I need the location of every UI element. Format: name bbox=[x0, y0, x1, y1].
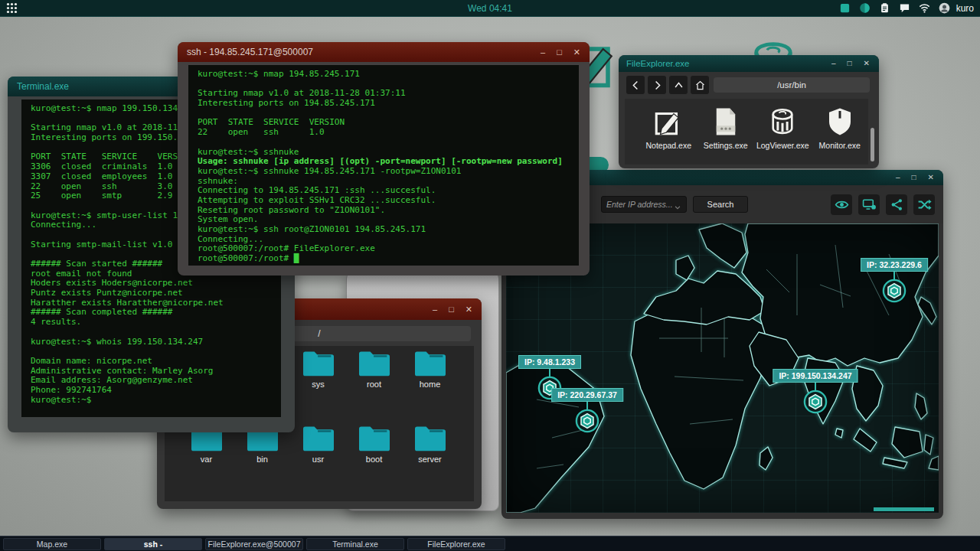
ssh-terminal-screen[interactable]: kuro@test:~$ nmap 194.85.245.171Starting… bbox=[188, 65, 579, 266]
folder-name: bin bbox=[234, 455, 290, 464]
folder-icon bbox=[359, 350, 390, 377]
folder-name: server bbox=[402, 455, 458, 464]
terminal-line: kuro@test:~$ ssh root@Z1ON0101 194.85.24… bbox=[198, 225, 570, 235]
ssh-titlebar[interactable]: ssh - 194.85.245.171@500007 – □ ✕ bbox=[178, 42, 590, 62]
ip-input-placeholder: Enter IP address... bbox=[606, 200, 674, 209]
folder-icon bbox=[303, 350, 334, 377]
window-title: ssh - 194.85.245.171@500007 bbox=[187, 47, 313, 57]
folder-item[interactable]: boot bbox=[346, 425, 402, 464]
top-menu-bar: Wed 04:41 kuro bbox=[0, 0, 980, 17]
terminal-line: kuro@test:~$ bbox=[31, 396, 272, 406]
settings-icon bbox=[710, 106, 742, 138]
username: kuro bbox=[956, 3, 974, 14]
remote-file-explorer-window: FileExplorer.exe – □ ✕ /usr/bin Notepad.… bbox=[619, 55, 879, 168]
minimize-button[interactable]: – bbox=[896, 174, 900, 181]
ip-label: IP: 32.23.229.6 bbox=[861, 258, 928, 272]
wifi-icon[interactable] bbox=[919, 2, 930, 14]
file-name: Notepad.exe bbox=[640, 141, 697, 150]
node-hexagon-icon bbox=[575, 409, 599, 433]
window-title: Terminal.exe bbox=[17, 81, 69, 92]
file-name: Settings.exe bbox=[697, 141, 755, 150]
app-square-icon[interactable] bbox=[839, 2, 851, 14]
close-button[interactable]: ✕ bbox=[928, 174, 934, 181]
file-item[interactable]: Monitor.exe bbox=[812, 99, 869, 165]
terminal-line bbox=[31, 328, 272, 337]
folder-item[interactable]: sys bbox=[290, 350, 346, 389]
folder-icon bbox=[415, 350, 446, 377]
close-button[interactable]: ✕ bbox=[466, 305, 472, 314]
terminal-line: kuro@test:~$ whois 199.150.134.247 bbox=[31, 337, 272, 347]
minimize-button[interactable]: – bbox=[831, 60, 836, 67]
node-hexagon-icon bbox=[803, 390, 828, 414]
folder-item[interactable]: server bbox=[402, 425, 458, 464]
forward-button[interactable] bbox=[648, 76, 666, 94]
folder-name: sys bbox=[290, 380, 346, 389]
address-bar[interactable]: /usr/bin bbox=[714, 77, 870, 93]
map-horizontal-scrollbar[interactable] bbox=[874, 507, 934, 511]
avatar[interactable] bbox=[939, 2, 950, 14]
taskbar-item[interactable]: FileExplorer.exe bbox=[407, 538, 505, 550]
terminal-line: 22 open ssh 1.0 bbox=[198, 128, 570, 138]
taskbar-item[interactable]: Map.exe bbox=[3, 538, 101, 550]
map-tool-button[interactable] bbox=[886, 194, 907, 215]
file-item[interactable]: LogViewer.exe bbox=[754, 99, 812, 165]
minimize-button[interactable]: – bbox=[541, 48, 545, 57]
terminal-line bbox=[198, 138, 570, 148]
folder-name: boot bbox=[346, 455, 402, 464]
app-grid-icon[interactable] bbox=[6, 2, 18, 14]
terminal-line: kuro@test:~$ sshnuke 194.85.245.171 -roo… bbox=[198, 167, 570, 177]
ip-label: IP: 220.29.67.37 bbox=[551, 388, 623, 402]
ssh-terminal-window: ssh - 194.85.245.171@500007 – □ ✕ kuro@t… bbox=[178, 42, 590, 276]
clipboard-icon[interactable] bbox=[879, 2, 890, 14]
terminal-line: Puntz exists Puntz@nicorpe.net bbox=[31, 289, 272, 298]
node-hexagon-icon bbox=[882, 279, 906, 303]
up-button[interactable] bbox=[669, 76, 688, 94]
terminal-line: 4 results. bbox=[31, 318, 272, 328]
eye-icon bbox=[835, 197, 849, 212]
notepad-icon bbox=[652, 106, 684, 138]
file-grid: Notepad.exe Settings.exe LogViewer.exe M… bbox=[625, 99, 868, 165]
app-circle-icon[interactable] bbox=[859, 2, 871, 14]
scrollbar[interactable] bbox=[871, 128, 874, 161]
map-tool-button[interactable] bbox=[831, 194, 852, 215]
folder-item[interactable]: home bbox=[402, 350, 458, 389]
taskbar-item[interactable]: Terminal.exe bbox=[306, 538, 404, 550]
search-button[interactable]: Search bbox=[693, 196, 748, 213]
share-icon bbox=[890, 197, 904, 212]
terminal-line: Usage: sshnuke [ip address] [(opt) -port… bbox=[198, 157, 570, 167]
folder-item[interactable]: usr bbox=[290, 425, 346, 464]
ip-label: IP: 199.150.134.247 bbox=[773, 369, 858, 383]
window-title: FileExplorer.exe bbox=[626, 59, 689, 68]
map-tool-button[interactable] bbox=[913, 194, 935, 215]
clock: Wed 04:41 bbox=[468, 3, 512, 14]
maximize-button[interactable]: □ bbox=[848, 60, 852, 67]
terminal-line: Interesting ports on 194.85.245.171 bbox=[198, 99, 570, 109]
maximize-button[interactable]: □ bbox=[557, 48, 562, 57]
minimize-button[interactable]: – bbox=[433, 305, 437, 314]
system-tray: kuro bbox=[839, 2, 974, 14]
chat-icon[interactable] bbox=[899, 2, 910, 14]
file-name: LogViewer.exe bbox=[754, 141, 812, 150]
maximize-button[interactable]: □ bbox=[912, 174, 916, 181]
file-item[interactable]: Notepad.exe bbox=[640, 99, 697, 165]
map-tool-buttons bbox=[831, 194, 935, 215]
folder-name: var bbox=[178, 455, 234, 464]
taskbar-item[interactable]: ssh - bbox=[104, 538, 202, 550]
home-button[interactable] bbox=[691, 76, 709, 94]
map-tool-button[interactable] bbox=[858, 194, 880, 215]
ip-address-input[interactable]: Enter IP address... bbox=[601, 196, 687, 213]
folder-icon bbox=[415, 425, 446, 452]
file-item[interactable]: Settings.exe bbox=[697, 99, 755, 165]
close-button[interactable]: ✕ bbox=[573, 48, 580, 57]
chevron-down-icon bbox=[674, 201, 681, 208]
logviewer-icon bbox=[766, 106, 799, 138]
folder-item[interactable]: root bbox=[346, 350, 402, 389]
terminal-line: kuro@test:~$ nmap 194.85.245.171 bbox=[198, 70, 570, 80]
folder-icon bbox=[303, 425, 334, 452]
back-button[interactable] bbox=[626, 76, 645, 94]
taskbar-item[interactable]: FileExplorer.exe@500007 bbox=[205, 538, 303, 550]
maximize-button[interactable]: □ bbox=[449, 305, 454, 314]
terminal-line: Domain name: nicorpe.net bbox=[31, 357, 272, 367]
remote-explorer-titlebar[interactable]: FileExplorer.exe – □ ✕ bbox=[619, 55, 879, 72]
close-button[interactable]: ✕ bbox=[864, 60, 870, 67]
